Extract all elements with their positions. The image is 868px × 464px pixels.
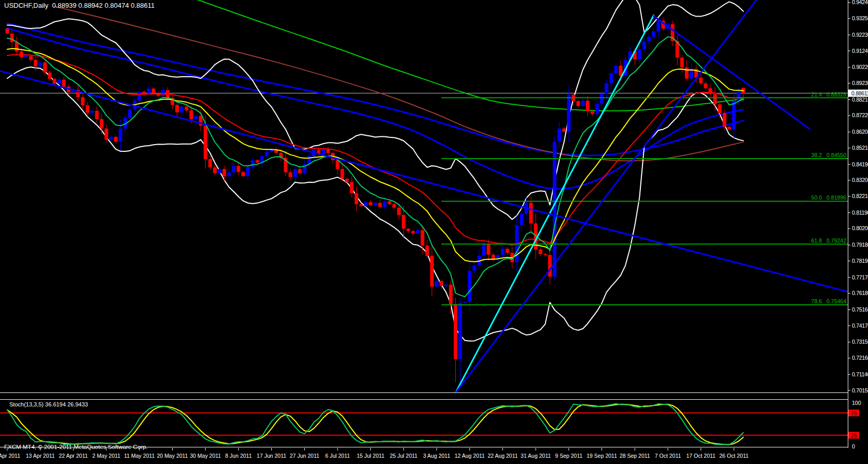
bull-candle	[567, 95, 570, 132]
time-axis-tick-label: 26 Oct 2011	[719, 453, 749, 459]
bull-candle	[321, 149, 325, 154]
chart-canvas[interactable]: 21.40.8832838.20.8455050.00.8189661.80.7…	[0, 0, 868, 464]
bull-candle	[58, 80, 61, 84]
bull-candle	[444, 285, 448, 286]
bear-candle	[204, 125, 207, 159]
price-axis-tick-label: 0.75160	[852, 306, 868, 313]
time-axis-tick-label: 28 Sep 2011	[620, 453, 650, 459]
bear-candle	[378, 203, 382, 207]
time-axis-tick-label: 25 Jul 2011	[390, 453, 418, 459]
bull-candle	[647, 37, 651, 41]
stoch-axis-label: 100	[852, 400, 861, 406]
bear-candle	[43, 62, 47, 72]
fib-level-value: 0.75464	[827, 298, 846, 304]
fib-level-label: 78.6	[811, 298, 822, 304]
bull-candle	[642, 41, 646, 49]
price-axis-tick-label: 0.72160	[852, 355, 868, 361]
bear-candle	[529, 203, 533, 223]
price-axis-tick-label: 0.91240	[852, 48, 868, 54]
bear-candle	[397, 208, 401, 215]
bear-candle	[591, 111, 594, 114]
bull-candle	[435, 281, 439, 287]
bull-candle	[218, 169, 221, 173]
price-axis-tick-label: 0.74170	[852, 322, 868, 329]
time-axis-tick-label: 2 May 2011	[92, 453, 120, 459]
time-axis-tick-label: 20 May 2011	[157, 453, 188, 459]
bull-candle	[383, 201, 387, 207]
bear-candle	[298, 169, 302, 173]
bull-candle	[501, 249, 505, 255]
fib-level-label: 38.2	[811, 152, 822, 158]
bear-candle	[256, 160, 259, 163]
stoch-axis-label: 0	[852, 443, 855, 449]
bull-candle	[373, 203, 377, 205]
bear-candle	[454, 304, 457, 359]
bull-candle	[600, 94, 604, 104]
time-axis-tick-label: 9 Sep 2011	[555, 453, 582, 459]
bear-candle	[727, 127, 731, 129]
bear-candle	[543, 254, 547, 255]
bull-candle	[416, 230, 419, 233]
bull-candle	[553, 142, 556, 276]
bear-candle	[29, 56, 33, 60]
fib-level-value: 0.81896	[827, 194, 846, 201]
price-axis-tick-label: 0.89230	[852, 80, 868, 86]
bear-candle	[449, 285, 453, 304]
bear-candle	[680, 58, 684, 67]
time-axis-tick-label: 22 Aug 2011	[487, 453, 517, 459]
bear-candle	[345, 179, 349, 182]
bear-candle	[704, 83, 707, 88]
bear-candle	[213, 167, 217, 173]
time-axis-tick-label: 4 Apr 2011	[0, 453, 20, 459]
price-axis-tick-label: 0.94240	[852, 0, 868, 5]
bear-candle	[81, 97, 85, 106]
price-axis-tick-label: 0.71140	[852, 371, 868, 377]
bear-candle	[95, 111, 99, 119]
fib-level-value: 0.79242	[827, 237, 846, 244]
bull-candle	[581, 101, 585, 106]
time-axis-tick-label: 15 Jul 2011	[357, 453, 385, 459]
fib-level-label: 50.0	[811, 194, 822, 201]
price-axis-tick-label: 0.93250	[852, 15, 868, 21]
bear-candle	[492, 255, 495, 259]
bull-candle	[90, 111, 94, 113]
time-axis-tick-label: 11 May 2011	[124, 453, 155, 459]
bull-candle	[194, 116, 198, 119]
bull-candle	[251, 160, 255, 167]
bear-candle	[421, 230, 424, 246]
price-axis-tick-label: 0.77170	[852, 274, 868, 280]
bull-candle	[482, 244, 486, 256]
bear-candle	[708, 88, 712, 94]
bear-candle	[53, 79, 57, 83]
bear-candle	[440, 281, 443, 286]
price-axis-tick-label: 0.70150	[852, 387, 868, 393]
price-axis-tick-label: 0.82210	[852, 193, 868, 199]
bull-candle	[472, 265, 476, 271]
bear-candle	[402, 215, 405, 229]
bear-candle	[34, 60, 37, 66]
bull-candle	[161, 90, 165, 96]
price-axis-tick-label: 0.92230	[852, 32, 868, 38]
bull-candle	[605, 83, 608, 94]
price-axis-tick-label: 0.85210	[852, 145, 868, 151]
time-axis-tick-label: 31 Aug 2011	[521, 453, 551, 459]
bull-candle	[468, 271, 471, 302]
price-axis-tick-label: 0.87220	[852, 112, 868, 118]
bull-candle	[119, 129, 122, 142]
price-axis-tick-label: 0.84190	[852, 161, 868, 167]
fib-level-value: 0.84550	[827, 152, 846, 158]
price-axis-tick-label: 0.76180	[852, 290, 868, 296]
bull-candle	[147, 89, 151, 94]
bear-candle	[388, 201, 391, 204]
bear-candle	[185, 107, 188, 110]
fib-level-label: 21.4	[811, 91, 822, 97]
price-axis-tick-label: 0.78190	[852, 258, 868, 264]
bear-candle	[222, 169, 226, 176]
bear-candle	[114, 137, 118, 142]
bear-candle	[341, 169, 344, 179]
stoch-level-value: 75	[851, 410, 857, 416]
fib-level-label: 61.8	[811, 237, 822, 244]
bear-candle	[350, 182, 354, 193]
price-axis-tick-label: 0.90220	[852, 64, 868, 70]
price-axis-tick-label: 0.79180	[852, 242, 868, 248]
